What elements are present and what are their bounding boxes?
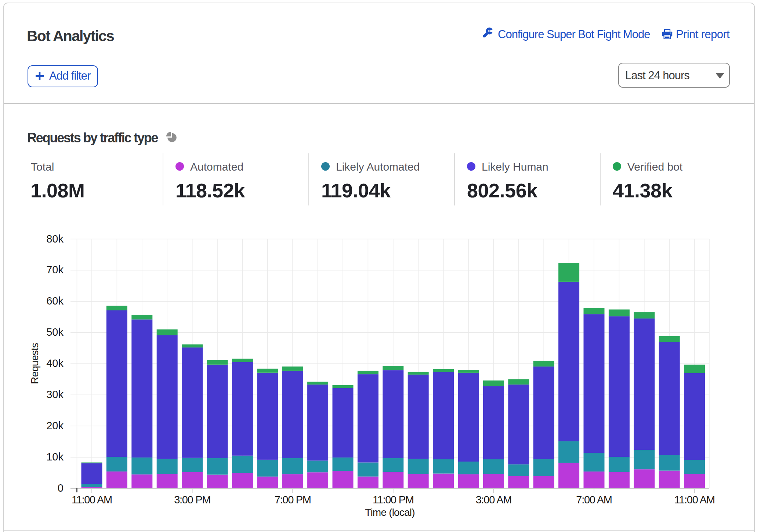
svg-text:7:00 PM: 7:00 PM xyxy=(275,494,311,506)
svg-text:3:00 PM: 3:00 PM xyxy=(174,494,210,506)
svg-text:11:00 PM: 11:00 PM xyxy=(373,494,414,506)
svg-text:7:00 AM: 7:00 AM xyxy=(576,494,612,506)
svg-text:70k: 70k xyxy=(46,264,64,276)
svg-text:Time (local): Time (local) xyxy=(365,507,415,518)
svg-text:0: 0 xyxy=(58,482,64,494)
svg-text:40k: 40k xyxy=(46,357,64,369)
svg-text:60k: 60k xyxy=(46,295,64,307)
svg-text:Requests: Requests xyxy=(29,343,40,384)
svg-text:50k: 50k xyxy=(46,326,64,338)
svg-text:10k: 10k xyxy=(46,451,64,463)
svg-text:3:00 AM: 3:00 AM xyxy=(476,494,511,506)
svg-text:30k: 30k xyxy=(46,389,64,400)
svg-text:11:00 AM: 11:00 AM xyxy=(72,494,112,506)
svg-text:80k: 80k xyxy=(46,233,64,245)
svg-text:20k: 20k xyxy=(46,420,64,431)
svg-text:11:00 AM: 11:00 AM xyxy=(674,494,715,506)
